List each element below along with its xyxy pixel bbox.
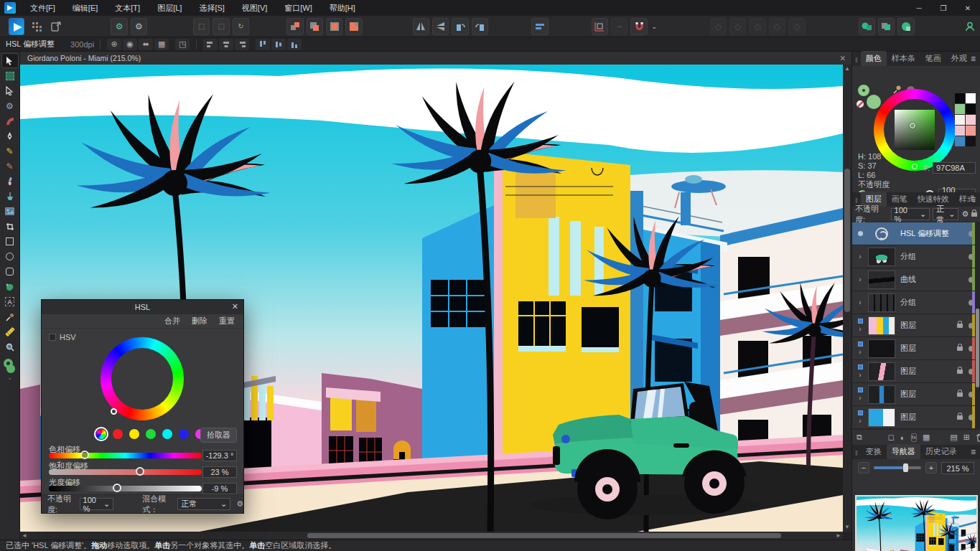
expand-chevron-icon[interactable]: › xyxy=(859,253,861,260)
layer-thumbnail[interactable] xyxy=(868,408,895,427)
layer-name[interactable]: 图层 xyxy=(900,320,957,331)
layer-select-chip[interactable] xyxy=(858,410,863,415)
green-channel-swatch[interactable] xyxy=(146,429,156,439)
layers-scroll-thumb[interactable] xyxy=(976,309,979,387)
layer-name[interactable]: 图层 xyxy=(900,412,957,423)
wells-swap-icon[interactable]: ⌄ xyxy=(7,375,12,381)
pen-tool[interactable] xyxy=(1,128,19,143)
ellipse-tool[interactable] xyxy=(1,249,19,264)
red-channel-swatch[interactable] xyxy=(113,429,123,439)
layer-thumbnail[interactable] xyxy=(868,362,895,381)
layer-thumbnail[interactable] xyxy=(868,293,895,312)
delete-layer-icon[interactable] xyxy=(976,433,980,443)
shape-tool[interactable] xyxy=(1,279,19,294)
tab-history[interactable]: 历史记录 xyxy=(920,444,962,459)
canvas-horizontal-scrollbar[interactable]: ◄ ► xyxy=(20,532,843,540)
layer-thumbnail[interactable] xyxy=(868,385,895,404)
saturation-shift-slider[interactable] xyxy=(49,469,202,475)
layer-thumbnail[interactable] xyxy=(868,339,895,358)
move-tool[interactable] xyxy=(1,53,19,68)
tab-navigator[interactable]: 导航器 xyxy=(887,444,920,459)
layer-name[interactable]: 图层 xyxy=(900,343,957,354)
tab-swatches[interactable]: 样本条 xyxy=(887,51,920,66)
rotate-cw-button[interactable] xyxy=(472,18,488,35)
expand-chevron-icon[interactable]: › xyxy=(859,371,861,379)
layer-row-buildings[interactable]: › 图层 xyxy=(852,314,980,337)
expand-chevron-icon[interactable]: › xyxy=(859,298,861,306)
swatch[interactable] xyxy=(955,136,965,146)
hue-shift-handle[interactable] xyxy=(80,451,89,459)
tab-brushes[interactable]: 画笔 xyxy=(887,192,913,207)
layer-name[interactable]: 图层 xyxy=(900,366,957,377)
color-picker-tool[interactable] xyxy=(1,309,19,324)
add-layer-icon[interactable]: ▤ xyxy=(950,433,957,443)
scroll-up-icon[interactable]: ▲ xyxy=(843,65,851,73)
master-channel-swatch[interactable] xyxy=(96,429,106,439)
layer-lock-icon[interactable] xyxy=(957,324,963,328)
swatch[interactable] xyxy=(966,136,976,146)
menu-help[interactable]: 帮助[H] xyxy=(321,0,364,16)
marquee-select-button[interactable]: ⬚ xyxy=(193,18,210,35)
hsv-checkbox-box[interactable] xyxy=(49,334,56,341)
canvas-vertical-scrollbar[interactable]: ▲ ▼ xyxy=(843,65,851,532)
hue-ring-marker[interactable] xyxy=(912,164,918,169)
layers-opacity-dropdown[interactable]: 100 %⌄ xyxy=(891,208,930,220)
tab-color[interactable]: 颜色 xyxy=(861,51,887,66)
layer-thumbnail[interactable] xyxy=(868,270,895,289)
layer-lock-icon[interactable] xyxy=(957,347,963,351)
layer-lock-icon[interactable] xyxy=(957,369,963,374)
swatch[interactable] xyxy=(966,93,976,103)
align-top-button[interactable] xyxy=(256,39,270,50)
layer-row-blue-building[interactable]: › 图层 xyxy=(852,406,980,429)
insert-on-top-button[interactable] xyxy=(878,18,895,35)
scroll-left-icon[interactable]: ◄ xyxy=(20,532,29,540)
color-wheel[interactable] xyxy=(874,89,956,171)
layer-lock-icon[interactable] xyxy=(957,392,963,397)
layer-row-road[interactable]: › 图层 xyxy=(852,360,980,383)
panel-menu-icon[interactable]: ≡ xyxy=(971,194,976,204)
layer-thumbnail[interactable] xyxy=(868,225,895,243)
expand-chevron-icon[interactable]: › xyxy=(859,348,861,356)
swatch[interactable] xyxy=(966,126,976,136)
show-alignment-handles-button[interactable]: ▦ xyxy=(154,39,169,50)
artistic-text-tool[interactable]: A xyxy=(1,294,19,309)
yellow-channel-swatch[interactable] xyxy=(129,429,139,439)
stroke-well[interactable] xyxy=(858,85,869,96)
layer-thumbnail[interactable] xyxy=(868,316,895,335)
dialog-opacity-dropdown[interactable]: 100 %⌄ xyxy=(80,498,114,510)
adjustment-layer-icon[interactable]: ◐ xyxy=(900,433,905,443)
dialog-settings-gear-icon[interactable]: ⚙ xyxy=(236,499,243,509)
swatch[interactable] xyxy=(955,93,965,103)
pixel-persona-button[interactable] xyxy=(29,18,45,35)
layer-row-hsl-adjustment[interactable]: HSL 偏移调整 xyxy=(852,222,980,245)
snapping-toggle[interactable] xyxy=(630,18,647,35)
picker-button[interactable]: 拾取器 xyxy=(200,428,237,443)
vscroll-thumb[interactable] xyxy=(844,169,850,312)
swatch[interactable] xyxy=(966,115,976,125)
vector-crop-tool[interactable] xyxy=(1,219,19,234)
saturation-shift-value[interactable]: 23 % xyxy=(202,466,237,478)
rotate-ccw-button[interactable] xyxy=(452,18,468,35)
layer-row-group-jeep[interactable]: › 分组 xyxy=(852,245,980,268)
alignment-button[interactable] xyxy=(531,18,548,35)
align-right-button[interactable] xyxy=(235,39,249,50)
expand-chevron-icon[interactable]: › xyxy=(859,325,861,333)
rotate-selection-button[interactable]: ↻ xyxy=(233,18,249,35)
insert-inside-button[interactable] xyxy=(897,18,914,35)
edit-all-layers-icon[interactable]: ⧉ xyxy=(857,433,862,443)
boolean-add-button[interactable] xyxy=(286,18,303,35)
expand-chevron-icon[interactable]: › xyxy=(859,276,861,283)
layer-thumbnail[interactable] xyxy=(868,248,895,266)
hsl-merge-button[interactable]: 合并 xyxy=(164,316,180,326)
flip-horizontal-button[interactable] xyxy=(413,18,429,35)
saturation-shift-handle[interactable] xyxy=(136,467,144,476)
zoom-slider[interactable] xyxy=(874,466,921,469)
insert-behind-button[interactable] xyxy=(859,18,875,35)
zoom-value[interactable]: 215 % xyxy=(941,462,974,474)
maximize-button[interactable]: ❐ xyxy=(931,0,956,16)
navigator-thumbnail[interactable] xyxy=(855,495,978,551)
no-color-icon[interactable] xyxy=(857,100,864,108)
tab-transform[interactable]: 变换 xyxy=(861,444,887,459)
fill-well[interactable] xyxy=(867,95,881,109)
layer-select-chip[interactable] xyxy=(858,387,863,392)
